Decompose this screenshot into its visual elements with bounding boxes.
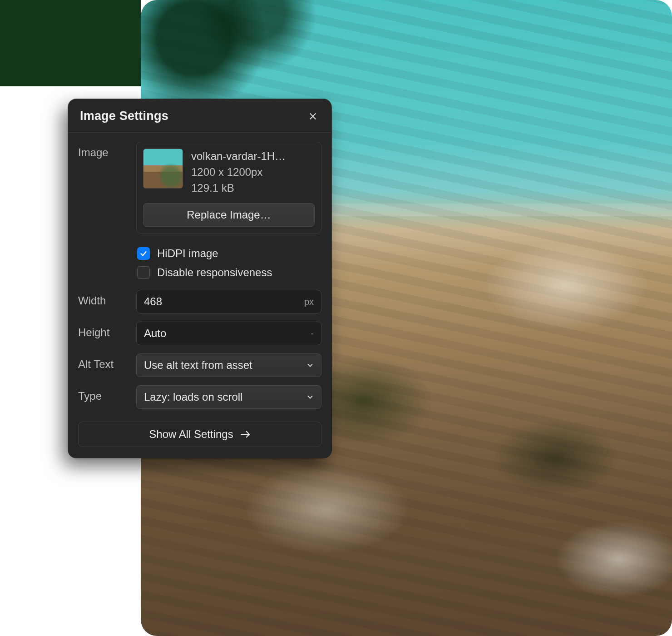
alt-text-row: Alt Text Use alt text from asset [78, 353, 321, 377]
close-button[interactable] [306, 109, 320, 123]
image-filename: volkan-vardar-1H… [191, 149, 286, 164]
height-label: Height [78, 322, 128, 339]
type-value: Lazy: loads on scroll [144, 391, 242, 403]
alt-text-label: Alt Text [78, 353, 128, 371]
image-filesize: 129.1 kB [191, 180, 286, 196]
chevron-down-icon [306, 393, 315, 402]
panel-header: Image Settings [68, 99, 331, 133]
width-unit: px [304, 297, 314, 307]
arrow-right-icon [240, 430, 251, 439]
image-row: Image volkan-vardar-1H… 1200 x 1200px 12… [78, 142, 321, 282]
disable-responsiveness-label: Disable responsiveness [157, 266, 272, 279]
show-all-settings-button[interactable]: Show All Settings [78, 422, 321, 447]
type-row: Type Lazy: loads on scroll [78, 385, 321, 409]
hidpi-checkbox[interactable] [137, 247, 150, 260]
image-dimensions: 1200 x 1200px [191, 164, 286, 180]
close-icon [308, 111, 318, 121]
height-row: Height Auto - [78, 322, 321, 345]
check-icon [139, 249, 148, 258]
image-settings-panel: Image Settings Image volkan-vardar-1H… 1… [68, 99, 331, 458]
chevron-down-icon [306, 361, 315, 370]
alt-text-value: Use alt text from asset [144, 359, 252, 372]
alt-text-select[interactable]: Use alt text from asset [136, 353, 321, 377]
width-input[interactable]: 468 px [136, 290, 321, 313]
type-select[interactable]: Lazy: loads on scroll [136, 385, 321, 409]
height-value: Auto [144, 327, 166, 340]
width-label: Width [78, 290, 128, 307]
width-value: 468 [144, 295, 162, 308]
disable-responsiveness-checkbox[interactable] [137, 266, 150, 279]
show-all-label: Show All Settings [149, 428, 233, 441]
image-meta: volkan-vardar-1H… 1200 x 1200px 129.1 kB [191, 149, 286, 196]
height-unit: - [311, 328, 314, 339]
type-label: Type [78, 385, 128, 402]
hidpi-label: HiDPI image [157, 247, 218, 260]
height-input[interactable]: Auto - [136, 322, 321, 345]
replace-image-button[interactable]: Replace Image… [143, 203, 315, 227]
image-thumbnail[interactable] [143, 149, 183, 189]
image-box: volkan-vardar-1H… 1200 x 1200px 129.1 kB… [136, 142, 321, 234]
width-row: Width 468 px [78, 290, 321, 313]
image-label: Image [78, 142, 128, 159]
panel-title: Image Settings [80, 109, 168, 123]
page-bg-left [0, 0, 141, 86]
